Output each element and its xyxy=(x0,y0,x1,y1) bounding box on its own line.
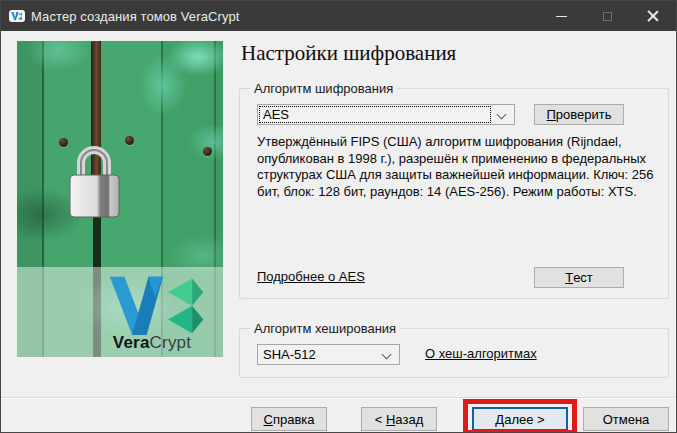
logo-band: VeraCrypt xyxy=(17,267,223,357)
back-button[interactable]: < Назад xyxy=(361,407,437,431)
encryption-groupbox: Алгоритм шифрования AES Проверить Утверж… xyxy=(239,88,669,299)
test-button-label: ест xyxy=(573,270,593,285)
padlock-icon xyxy=(67,141,123,219)
back-button-mnemonic: Н xyxy=(386,412,395,427)
encryption-group-label: Алгоритм шифрования xyxy=(250,81,397,96)
hash-algorithm-select[interactable]: SHA-512 xyxy=(257,344,400,365)
door-photo: VeraCrypt xyxy=(17,41,223,357)
more-about-aes-link[interactable]: Подробнее о AES xyxy=(257,269,365,284)
hash-group-label: Алгоритм хеширования xyxy=(250,321,400,336)
veracrypt-logo xyxy=(109,275,205,335)
combo-focus-rect: AES xyxy=(260,107,490,122)
bolt-dot xyxy=(203,147,212,156)
verify-button[interactable]: Проверить xyxy=(534,104,624,125)
minimize-icon xyxy=(556,16,567,17)
chevron-down-icon xyxy=(383,351,391,359)
cancel-button[interactable]: Отмена xyxy=(583,407,669,431)
wizard-window: Мастер создания томов VeraCrypt xyxy=(0,0,677,433)
maximize-icon xyxy=(603,12,612,21)
close-icon xyxy=(647,10,659,22)
brand-wordmark: VeraCrypt xyxy=(87,333,217,353)
hash-groupbox: Алгоритм хеширования SHA-512 О хеш-алгор… xyxy=(239,328,669,378)
next-button-mnemonic: Д xyxy=(495,412,504,427)
verify-button-mnemonic: П xyxy=(546,107,555,122)
veracrypt-app-icon xyxy=(9,8,25,24)
brand-vera: Vera xyxy=(113,333,150,352)
titlebar: Мастер создания томов VeraCrypt xyxy=(1,1,676,31)
maximize-button[interactable] xyxy=(584,1,630,31)
test-button[interactable]: Тест xyxy=(534,267,624,288)
chevron-down-icon xyxy=(498,111,506,119)
encryption-algorithm-value: AES xyxy=(260,107,289,122)
next-button[interactable]: Далее > xyxy=(472,407,568,431)
test-button-mnemonic: Т xyxy=(565,270,573,285)
hash-info-link[interactable]: О хеш-алгоритмах xyxy=(425,346,537,361)
close-button[interactable] xyxy=(630,1,676,31)
page-title: Настройки шифрования xyxy=(241,41,456,66)
minimize-button[interactable] xyxy=(538,1,584,31)
encryption-algorithm-select[interactable]: AES xyxy=(257,104,515,125)
hash-algorithm-value: SHA-512 xyxy=(260,347,316,362)
footer-divider xyxy=(1,397,676,399)
help-button-label: правка xyxy=(273,412,315,427)
verify-button-label: роверить xyxy=(556,107,612,122)
window-controls xyxy=(538,1,676,31)
brand-crypt: Crypt xyxy=(150,333,192,352)
help-button[interactable]: Справка xyxy=(251,407,327,431)
bolt-dot xyxy=(125,136,134,145)
next-button-label: алее > xyxy=(504,412,544,427)
window-title: Мастер создания томов VeraCrypt xyxy=(31,9,240,24)
combo-inner: SHA-512 xyxy=(260,347,375,362)
back-button-label: азад xyxy=(395,412,423,427)
help-button-mnemonic: С xyxy=(264,412,273,427)
algorithm-description: Утверждённый FIPS (США) алгоритм шифрова… xyxy=(257,134,669,200)
back-button-prefix: < xyxy=(375,412,383,427)
